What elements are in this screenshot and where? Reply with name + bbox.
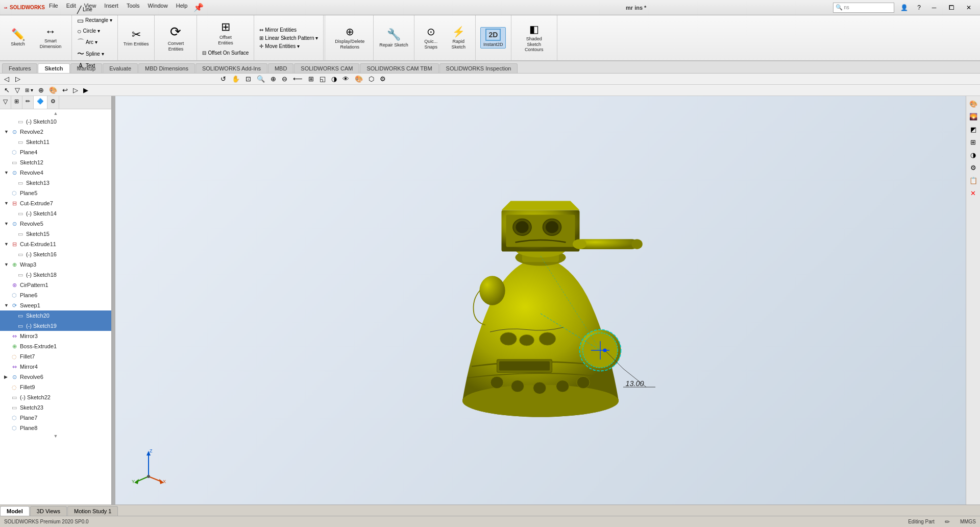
- sketch-button[interactable]: ✏️ Sketch: [5, 28, 31, 49]
- tree-tab-filter[interactable]: ▽: [0, 96, 11, 109]
- menu-insert[interactable]: Insert: [100, 1, 122, 14]
- tree-item-sketch16[interactable]: ▭ (-) Sketch16: [0, 249, 111, 259]
- scroll-down-icon[interactable]: ▼: [54, 434, 58, 439]
- tree-item-fillet7[interactable]: ◌ Fillet7: [0, 351, 111, 362]
- scene-icon[interactable]: ⬡: [366, 74, 376, 84]
- tree-item-plane5[interactable]: ⬡ Plane5: [0, 188, 111, 198]
- tree-tab-sketch[interactable]: ✏: [22, 96, 34, 109]
- tree-item-sketch20[interactable]: ▭ Sketch20: [0, 310, 111, 321]
- circle-button[interactable]: ○Circle ▾: [75, 26, 102, 36]
- tree-item-revolve6[interactable]: ▶ ⊙ Revolve6: [0, 372, 111, 382]
- offset-on-surface-button[interactable]: ⊟ Offset On Surface: [200, 49, 251, 57]
- viewport[interactable]: 13.00 Z X Y: [115, 96, 966, 505]
- tab-mbd-dimensions[interactable]: MBD Dimensions: [138, 63, 195, 73]
- close-button[interactable]: ✕: [962, 2, 976, 13]
- rapid-sketch-button[interactable]: ⚡ RapidSketch: [446, 24, 471, 52]
- tree-item-mirror3[interactable]: ⇔ Mirror3: [0, 331, 111, 341]
- sketch-toolbar-expand[interactable]: ⊞ ▾: [23, 87, 35, 93]
- btab-3dviews[interactable]: 3D Views: [30, 506, 67, 516]
- line-button[interactable]: ╱Line: [75, 5, 94, 15]
- display-options-icon[interactable]: ⚙: [378, 74, 388, 84]
- tree-item-sketch10[interactable]: ▭ (-) Sketch10: [0, 116, 111, 127]
- prev-view-icon[interactable]: ⟵: [291, 74, 305, 84]
- view-toolbar-resize-right[interactable]: ▷: [13, 74, 22, 84]
- menu-file[interactable]: File: [45, 1, 62, 14]
- trim-entities-button[interactable]: ✂ Trim Entities: [121, 28, 152, 49]
- tree-item-sketch22[interactable]: ▭ (-) Sketch22: [0, 392, 111, 402]
- sketch-toolbar-color[interactable]: 🎨: [47, 85, 59, 95]
- tab-features[interactable]: Features: [2, 63, 37, 73]
- minimize-button[interactable]: ─: [927, 2, 941, 13]
- tree-item-revolve5[interactable]: ▼ ⊙ Revolve5: [0, 219, 111, 229]
- menu-tools[interactable]: Tools: [122, 1, 144, 14]
- pan-view-icon[interactable]: ✋: [230, 74, 242, 84]
- view-toolbar-resize-left[interactable]: ◁: [2, 74, 11, 84]
- rt-btn-4[interactable]: ⊞: [968, 136, 979, 148]
- tree-item-sketch12[interactable]: ▭ Sketch12: [0, 157, 111, 167]
- text-button[interactable]: ＡText: [75, 60, 97, 71]
- sketch-toolbar-add[interactable]: ⊕: [36, 85, 46, 95]
- display-delete-relations-button[interactable]: ⊕ Display/DeleteRelations: [329, 24, 370, 52]
- tab-solidworks-addins[interactable]: SOLIDWORKS Add-Ins: [195, 63, 267, 73]
- repair-sketch-button[interactable]: 🔧 Repair Sketch: [377, 27, 411, 50]
- help-icon[interactable]: ?: [914, 3, 924, 12]
- edit-appearance-icon[interactable]: 🎨: [353, 74, 365, 84]
- menu-window[interactable]: Window: [144, 1, 172, 14]
- tree-item-boss-extrude1[interactable]: ⊕ Boss-Extrude1: [0, 341, 111, 351]
- rt-btn-6[interactable]: ⚙: [968, 162, 979, 173]
- move-entities-button[interactable]: ✛ Move Entities ▾: [257, 42, 302, 50]
- tree-tab-feature[interactable]: 🔷: [34, 96, 47, 109]
- tab-mbd[interactable]: MBD: [268, 63, 293, 73]
- rotate-view-icon[interactable]: ↺: [218, 74, 228, 84]
- tree-item-fillet9[interactable]: ◌ Fillet9: [0, 382, 111, 392]
- tab-cam-tbm[interactable]: SOLIDWORKS CAM TBM: [360, 63, 438, 73]
- shaded-sketch-contours-button[interactable]: ◧ Shaded Sketch Contours: [515, 21, 553, 54]
- scroll-up-icon[interactable]: ▲: [54, 111, 58, 116]
- mirror-entities-button[interactable]: ⇔ Mirror Entities: [257, 26, 299, 34]
- tree-item-sketch11[interactable]: ▭ Sketch11: [0, 137, 111, 147]
- tree-item-sketch13[interactable]: ▭ Sketch13: [0, 178, 111, 188]
- linear-sketch-pattern-button[interactable]: ⊞ Linear Sketch Pattern ▾: [257, 34, 320, 42]
- arc-button[interactable]: ⌒Arc ▾: [75, 37, 100, 48]
- tree-item-revolve4[interactable]: ▼ ⊙ Revolve4: [0, 167, 111, 178]
- quick-snaps-button[interactable]: ⊙ Quic...Snaps: [418, 24, 444, 52]
- zoom-out-icon[interactable]: ⊖: [280, 74, 289, 84]
- tree-item-sketch15[interactable]: ▭ Sketch15: [0, 229, 111, 239]
- hide-show-icon[interactable]: 👁: [340, 74, 351, 84]
- tree-item-mirror4[interactable]: ⇔ Mirror4: [0, 362, 111, 372]
- tree-item-cirpattern1[interactable]: ⊛ CirPattern1: [0, 280, 111, 290]
- view-orient-icon[interactable]: ⊞: [306, 74, 316, 84]
- tree-item-revolve2[interactable]: ▼ ⊙ Revolve2: [0, 127, 111, 137]
- tree-item-plane7[interactable]: ⬡ Plane7: [0, 413, 111, 423]
- tree-item-plane8[interactable]: ⬡ Plane8: [0, 423, 111, 433]
- tree-tab-properties[interactable]: ⊞: [11, 96, 22, 109]
- btab-model[interactable]: Model: [0, 506, 30, 516]
- instant2d-button[interactable]: 2D Instant2D: [480, 27, 506, 49]
- sketch-toolbar-next[interactable]: ▶: [81, 85, 90, 95]
- tree-tab-config[interactable]: ⚙: [47, 96, 59, 109]
- section-view-icon[interactable]: ◱: [317, 74, 328, 84]
- tree-item-sketch18[interactable]: ▭ (-) Sketch18: [0, 270, 111, 280]
- sketch-toolbar-back[interactable]: ↩: [60, 85, 70, 95]
- tab-sketch[interactable]: Sketch: [38, 63, 69, 73]
- restore-button[interactable]: ⧠: [944, 2, 959, 13]
- rt-btn-3[interactable]: ◩: [968, 124, 979, 135]
- spline-button[interactable]: 〜Spline ▾: [75, 49, 106, 60]
- tree-item-cut-extrude11[interactable]: ▼ ⊟ Cut-Extrude11: [0, 239, 111, 249]
- btab-motionstudy[interactable]: Motion Study 1: [67, 506, 118, 516]
- tab-inspection[interactable]: SOLIDWORKS Inspection: [439, 63, 518, 73]
- zoom-in-icon[interactable]: ⊕: [268, 74, 278, 84]
- convert-entities-button[interactable]: ⟳ Convert Entities: [158, 22, 193, 54]
- tree-item-sketch14[interactable]: ▭ (-) Sketch14: [0, 208, 111, 219]
- tab-evaluate[interactable]: Evaluate: [103, 63, 138, 73]
- tree-item-plane4[interactable]: ⬡ Plane4: [0, 147, 111, 157]
- offset-entities-button[interactable]: ⊞ OffsetEntities: [208, 19, 243, 47]
- tab-cam[interactable]: SOLIDWORKS CAM: [294, 63, 359, 73]
- pointer-tool[interactable]: ↖: [2, 85, 12, 95]
- rt-btn-2[interactable]: 🌄: [968, 111, 979, 122]
- tree-item-sweep1[interactable]: ▼ ⟳ Sweep1: [0, 300, 111, 310]
- menu-help[interactable]: Help: [172, 1, 192, 14]
- rt-btn-1[interactable]: 🎨: [968, 98, 979, 109]
- rt-btn-5[interactable]: ◑: [968, 149, 979, 160]
- sketch-toolbar-fwd[interactable]: ▷: [71, 85, 80, 95]
